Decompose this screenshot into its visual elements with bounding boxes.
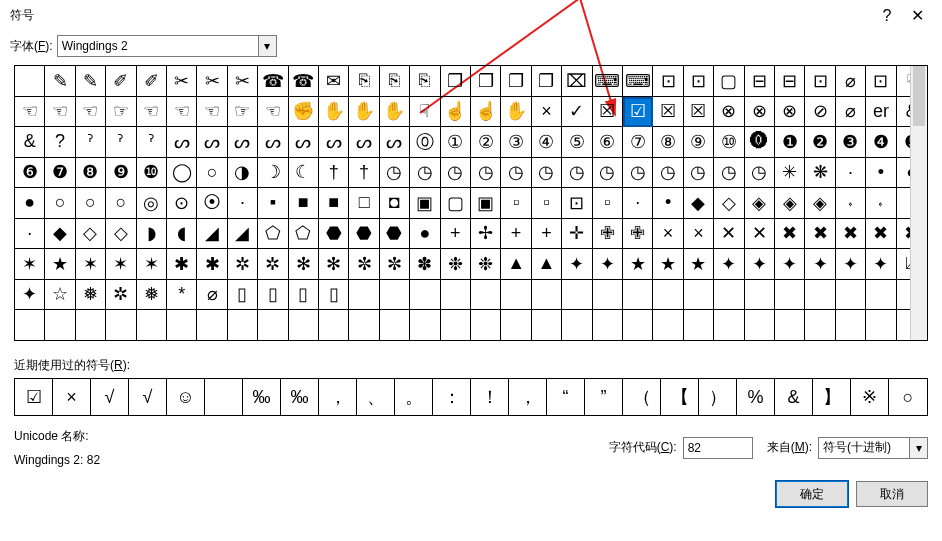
recent-symbol-cell[interactable]: （ xyxy=(623,379,661,415)
symbol-cell[interactable] xyxy=(137,310,167,341)
symbol-cell[interactable] xyxy=(349,280,379,311)
symbol-cell[interactable]: • xyxy=(866,158,896,189)
symbol-cell[interactable] xyxy=(45,310,75,341)
recent-symbol-cell[interactable]: ） xyxy=(699,379,737,415)
symbol-cell[interactable]: ✋ xyxy=(349,97,379,128)
symbol-cell[interactable] xyxy=(745,310,775,341)
recent-symbol-cell[interactable]: ‰ xyxy=(243,379,281,415)
symbol-cell[interactable] xyxy=(76,310,106,341)
symbol-cell[interactable]: ✦ xyxy=(745,249,775,280)
symbol-cell[interactable]: ⑩ xyxy=(714,127,744,158)
symbol-cell[interactable]: ◖ xyxy=(167,219,197,250)
symbol-cell[interactable]: ○ xyxy=(76,188,106,219)
symbol-cell[interactable]: ✦ xyxy=(15,280,45,311)
recent-symbol-cell[interactable]: √ xyxy=(91,379,129,415)
symbol-cell[interactable]: ☝ xyxy=(471,97,501,128)
symbol-cell[interactable]: ˀ xyxy=(76,127,106,158)
symbol-cell[interactable] xyxy=(15,310,45,341)
symbol-cell[interactable]: ◢ xyxy=(228,219,258,250)
recent-symbol-cell[interactable]: ☑ xyxy=(15,379,53,415)
symbol-cell[interactable]: ❸ xyxy=(836,127,866,158)
recent-symbol-cell[interactable] xyxy=(205,379,243,415)
symbol-cell[interactable]: ☒ xyxy=(593,97,623,128)
close-button[interactable]: ✕ xyxy=(902,6,932,25)
symbol-cell[interactable]: · xyxy=(15,219,45,250)
symbol-cell[interactable]: ❹ xyxy=(866,127,896,158)
symbol-cell[interactable] xyxy=(805,280,835,311)
symbol-cell[interactable]: ■ xyxy=(289,188,319,219)
symbol-cell[interactable]: † xyxy=(349,158,379,189)
symbol-cell[interactable]: ᔕ xyxy=(349,127,379,158)
symbol-cell[interactable]: ☜ xyxy=(167,97,197,128)
symbol-cell[interactable]: ✕ xyxy=(714,219,744,250)
symbol-cell[interactable] xyxy=(380,280,410,311)
symbol-cell[interactable] xyxy=(562,310,592,341)
symbol-cell[interactable]: ◇ xyxy=(714,188,744,219)
ok-button[interactable]: 确定 xyxy=(776,481,848,507)
symbol-cell[interactable]: ☝ xyxy=(441,97,471,128)
symbol-cell[interactable]: ◷ xyxy=(623,158,653,189)
cancel-button[interactable]: 取消 xyxy=(856,481,928,507)
symbol-cell[interactable]: ② xyxy=(471,127,501,158)
symbol-cell[interactable] xyxy=(653,310,683,341)
symbol-cell[interactable]: ⬠ xyxy=(289,219,319,250)
symbol-cell[interactable]: † xyxy=(319,158,349,189)
symbol-cell[interactable]: ☑ xyxy=(623,97,653,128)
symbol-cell[interactable] xyxy=(684,310,714,341)
symbol-cell[interactable] xyxy=(106,310,136,341)
symbol-cell[interactable]: ✛ xyxy=(562,219,592,250)
symbol-cell[interactable]: ✋ xyxy=(380,97,410,128)
symbol-cell[interactable]: ★ xyxy=(45,249,75,280)
symbol-cell[interactable]: ⌀ xyxy=(197,280,227,311)
symbol-cell[interactable]: ◷ xyxy=(745,158,775,189)
symbol-cell[interactable]: ☜ xyxy=(137,97,167,128)
symbol-cell[interactable]: ▣ xyxy=(471,188,501,219)
symbol-cell[interactable]: ˀ xyxy=(106,127,136,158)
symbol-cell[interactable]: ❾ xyxy=(106,158,136,189)
symbol-cell[interactable]: ˀ xyxy=(137,127,167,158)
symbol-cell[interactable]: ① xyxy=(441,127,471,158)
symbol-cell[interactable]: ⬣ xyxy=(349,219,379,250)
symbol-cell[interactable] xyxy=(836,310,866,341)
symbol-cell[interactable]: ❿ xyxy=(137,158,167,189)
symbol-cell[interactable]: ◷ xyxy=(653,158,683,189)
symbol-cell[interactable]: ✦ xyxy=(775,249,805,280)
recent-symbol-cell[interactable]: ， xyxy=(319,379,357,415)
symbol-cell[interactable]: × xyxy=(684,219,714,250)
symbol-cell[interactable]: ☎ xyxy=(289,66,319,97)
symbol-cell[interactable] xyxy=(410,310,440,341)
symbol-cell[interactable]: ✖ xyxy=(805,219,835,250)
symbol-cell[interactable]: ✦ xyxy=(562,249,592,280)
symbol-cell[interactable]: ✦ xyxy=(714,249,744,280)
symbol-cell[interactable]: ✐ xyxy=(106,66,136,97)
symbol-cell[interactable]: ✙ xyxy=(623,219,653,250)
symbol-cell[interactable]: ✖ xyxy=(775,219,805,250)
symbol-cell[interactable] xyxy=(197,310,227,341)
symbol-cell[interactable] xyxy=(15,66,45,97)
symbol-cell[interactable]: ❻ xyxy=(15,158,45,189)
symbol-cell[interactable] xyxy=(562,280,592,311)
symbol-cell[interactable]: ▯ xyxy=(258,280,288,311)
symbol-cell[interactable]: ☞ xyxy=(228,97,258,128)
symbol-cell[interactable]: er xyxy=(866,97,896,128)
recent-symbol-cell[interactable]: ○ xyxy=(889,379,927,415)
symbol-cell[interactable]: ◷ xyxy=(380,158,410,189)
symbol-cell[interactable]: ✋ xyxy=(501,97,531,128)
symbol-cell[interactable]: ☟ xyxy=(410,97,440,128)
symbol-cell[interactable]: ▫ xyxy=(532,188,562,219)
symbol-cell[interactable]: ⊡ xyxy=(684,66,714,97)
symbol-cell[interactable]: ✶ xyxy=(15,249,45,280)
symbol-cell[interactable]: × xyxy=(653,219,683,250)
symbol-cell[interactable]: + xyxy=(532,219,562,250)
symbol-cell[interactable]: ▯ xyxy=(319,280,349,311)
symbol-cell[interactable] xyxy=(228,310,258,341)
symbol-cell[interactable]: ○ xyxy=(45,188,75,219)
symbol-cell[interactable]: ✦ xyxy=(836,249,866,280)
symbol-cell[interactable] xyxy=(866,310,896,341)
symbol-cell[interactable]: ⊘ xyxy=(805,97,835,128)
symbol-cell[interactable]: + xyxy=(501,219,531,250)
symbol-cell[interactable]: ⊗ xyxy=(775,97,805,128)
symbol-cell[interactable]: ☜ xyxy=(15,97,45,128)
symbol-cell[interactable] xyxy=(258,310,288,341)
symbol-cell[interactable]: ■ xyxy=(319,188,349,219)
